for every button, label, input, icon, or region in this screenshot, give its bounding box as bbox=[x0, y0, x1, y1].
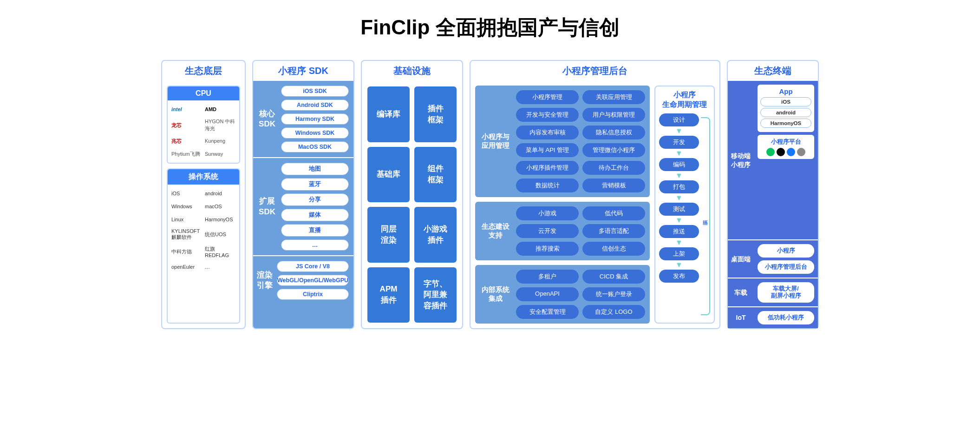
os-logo: Linux bbox=[171, 215, 202, 224]
os-logo: 中科方德 bbox=[171, 245, 202, 258]
col3-header: 基础设施 bbox=[361, 60, 463, 81]
arrow-down-icon: ▼ bbox=[675, 150, 683, 157]
terminal-side-label: IoT bbox=[728, 307, 754, 328]
lifecycle-step: 打包 bbox=[659, 180, 699, 193]
cpu-title: CPU bbox=[168, 86, 239, 100]
lifecycle-title: 小程序生命周期管理 bbox=[659, 90, 710, 110]
mgmt-pill: 云开发 bbox=[516, 224, 579, 238]
sdk-side-label: 渲染引擎 bbox=[253, 256, 277, 305]
terminal-pill: 车载大屏/副屏小程序 bbox=[758, 282, 814, 303]
terminal-side-label: 车载 bbox=[728, 278, 754, 306]
sdk-pill: … bbox=[281, 239, 349, 251]
mgmt-side-label: 内部系统集成 bbox=[480, 270, 511, 319]
col1-header: 生态底层 bbox=[161, 60, 246, 81]
mgmt-pill: 低代码 bbox=[582, 206, 645, 220]
mgmt-pill: 管理微信小程序 bbox=[582, 143, 645, 157]
cpu-logo: 龙芯 bbox=[171, 118, 202, 132]
mgmt-pill: 安全配置管理 bbox=[516, 305, 579, 319]
platform-icon bbox=[797, 148, 805, 156]
mgmt-pill: 用户与权限管理 bbox=[582, 108, 645, 122]
mgmt-pill: 推荐搜索 bbox=[516, 242, 579, 256]
os-logo: HarmonyOS bbox=[205, 215, 235, 224]
terminal-side-label: 桌面端 bbox=[728, 240, 754, 278]
main-title: FinClip 全面拥抱国产与信创 bbox=[9, 14, 971, 41]
mgmt-pill: 开发与安全管理 bbox=[516, 108, 579, 122]
mgmt-pill: 菜单与 API 管理 bbox=[516, 143, 579, 157]
os-logo: 统信UOS bbox=[205, 228, 235, 241]
sdk-pill: Android SDK bbox=[281, 99, 349, 111]
sdk-pill: 蓝牙 bbox=[281, 178, 349, 191]
lifecycle-step: 设计 bbox=[659, 113, 699, 126]
app-title: App bbox=[760, 87, 811, 95]
sdk-pill: 媒体 bbox=[281, 209, 349, 221]
infra-box: 基础库 bbox=[367, 147, 410, 203]
terminal-pill: 小程序管理后台 bbox=[758, 260, 814, 274]
cpu-logo: 兆芯 bbox=[171, 137, 202, 145]
platform-box: 小程序平台 bbox=[758, 135, 814, 159]
col-infrastructure: 基础设施 编译库插件框架基础库组件框架同层渲染小游戏插件APM插件字节、阿里兼容… bbox=[361, 60, 463, 329]
col-sdk: 小程序 SDK 核心SDKiOS SDKAndroid SDKHarmony S… bbox=[252, 60, 354, 329]
sdk-pill: WebGL/OpenGL/WebGPU bbox=[277, 275, 349, 286]
mgmt-pill: 内容发布审核 bbox=[516, 126, 579, 139]
mgmt-side-label: 生态建设支持 bbox=[480, 206, 511, 256]
sdk-pill: 直播 bbox=[281, 224, 349, 237]
terminal-row: 桌面端小程序小程序管理后台 bbox=[728, 240, 818, 278]
sdk-pill: MacOS SDK bbox=[281, 141, 349, 152]
lifecycle-step: 上架 bbox=[659, 247, 699, 260]
mgmt-row: 生态建设支持小游戏低代码云开发多语言适配推荐搜索信创生态 bbox=[475, 202, 650, 260]
lifecycle-step: 开发 bbox=[659, 136, 699, 149]
os-logo: macOS bbox=[205, 202, 235, 211]
os-logo: Windows bbox=[171, 202, 202, 211]
lifecycle-step: 编码 bbox=[659, 158, 699, 171]
infra-box: 同层渲染 bbox=[367, 207, 410, 263]
os-card: 操作系统 iOSandroidWindowsmacOSLinuxHarmonyO… bbox=[167, 168, 240, 324]
col2-header: 小程序 SDK bbox=[252, 60, 354, 81]
terminal-row: IoT低功耗小程序 bbox=[728, 307, 818, 328]
mgmt-pill: 统一账户登录 bbox=[582, 287, 645, 301]
arrow-down-icon: ▼ bbox=[675, 217, 683, 224]
mgmt-pill: 多租户 bbox=[516, 270, 579, 284]
arrow-down-icon: ▼ bbox=[675, 261, 683, 269]
infra-box: APM插件 bbox=[367, 267, 410, 323]
os-logo: android bbox=[205, 189, 235, 198]
mgmt-pill: 自定义 LOGO bbox=[582, 305, 645, 319]
diagram-layout: 生态底层 CPU intelAMD龙芯HYGON 中科海光兆芯KunpengPh… bbox=[9, 60, 971, 329]
loop-label: 循环 bbox=[702, 215, 709, 217]
os-logo: 红旗 REDFLAG bbox=[205, 245, 235, 258]
sdk-pill: Harmony SDK bbox=[281, 113, 349, 125]
infra-box: 小游戏插件 bbox=[414, 207, 457, 263]
os-logo: iOS bbox=[171, 189, 202, 198]
mgmt-pill: 小游戏 bbox=[516, 206, 579, 220]
mgmt-row: 内部系统集成多租户CICD 集成OpenAPI统一账户登录安全配置管理自定义 L… bbox=[475, 265, 650, 324]
arrow-down-icon: ▼ bbox=[675, 194, 683, 202]
infra-box: 插件框架 bbox=[414, 86, 457, 142]
cpu-card: CPU intelAMD龙芯HYGON 中科海光兆芯KunpengPhytium… bbox=[167, 86, 240, 164]
mgmt-pill: 隐私信息授权 bbox=[582, 126, 645, 139]
os-logo: openEuler bbox=[171, 263, 202, 271]
platform-icons bbox=[759, 148, 812, 156]
sdk-pill: Cliptrix bbox=[277, 289, 349, 300]
col6-header: 生态终端 bbox=[727, 60, 819, 81]
sdk-side-label: 核心SDK bbox=[253, 81, 281, 157]
col-management: 小程序管理后台 小程序与应用管理小程序管理关联应用管理开发与安全管理用户与权限管… bbox=[470, 60, 720, 329]
platform-icon bbox=[777, 148, 785, 156]
sdk-block: 渲染引擎JS Core / V8WebGL/OpenGL/WebGPUClipt… bbox=[253, 255, 353, 305]
sdk-block: 扩展SDK地图蓝牙分享媒体直播… bbox=[253, 157, 353, 255]
lifecycle-step: 测试 bbox=[659, 203, 699, 216]
os-logo: … bbox=[205, 263, 235, 271]
cpu-logo: intel bbox=[171, 105, 202, 113]
col-ecosystem-terminal: 生态终端 移动端小程序AppiOSandroidHarmonyOS小程序平台桌面… bbox=[727, 60, 819, 329]
arrow-down-icon: ▼ bbox=[675, 239, 683, 246]
sdk-pill: iOS SDK bbox=[281, 86, 349, 97]
infra-box: 组件框架 bbox=[414, 147, 457, 203]
mgmt-pill: 营销模板 bbox=[582, 179, 645, 192]
arrow-down-icon: ▼ bbox=[675, 172, 683, 179]
sdk-pill: JS Core / V8 bbox=[277, 261, 349, 272]
mgmt-pill: 信创生态 bbox=[582, 242, 645, 256]
col-ecosystem-base: 生态底层 CPU intelAMD龙芯HYGON 中科海光兆芯KunpengPh… bbox=[161, 60, 246, 329]
lifecycle-step: 发布 bbox=[659, 270, 699, 283]
cpu-logo: Sunway bbox=[205, 150, 235, 158]
platform-icon bbox=[766, 148, 775, 156]
lifecycle-step: 推送 bbox=[659, 225, 699, 238]
terminal-pill: 小程序 bbox=[758, 244, 814, 258]
